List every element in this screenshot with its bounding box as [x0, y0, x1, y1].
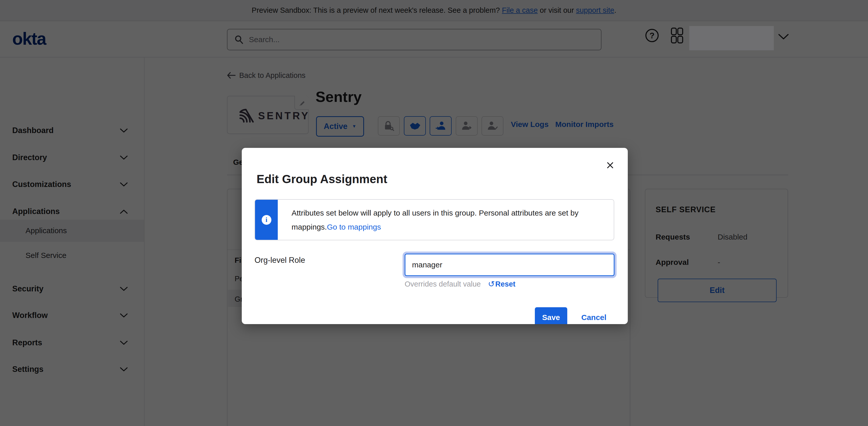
reset-label: Reset — [495, 280, 516, 288]
reset-icon: ↺ — [488, 279, 495, 289]
account-menu-redacted[interactable] — [689, 26, 774, 50]
org-level-role-input[interactable] — [405, 253, 615, 276]
org-level-role-label: Org-level Role — [254, 256, 305, 265]
org-level-role-field — [405, 253, 615, 276]
info-text: Attributes set below will apply to all u… — [291, 206, 600, 234]
modal-title: Edit Group Assignment — [256, 172, 387, 186]
edit-group-assignment-modal: Edit Group Assignment i Attributes set b… — [242, 148, 628, 324]
overrides-default-text: Overrides default value — [405, 280, 481, 288]
okta-admin-screen: Preview Sandbox: This is a preview of ne… — [0, 0, 868, 426]
field-helper-row: Overrides default value ↺Reset — [405, 279, 516, 289]
info-callout: i Attributes set below will apply to all… — [254, 199, 614, 240]
go-to-mappings-link[interactable]: Go to mappings — [327, 223, 381, 231]
close-button[interactable] — [605, 160, 615, 170]
close-icon — [607, 162, 614, 169]
cancel-button[interactable]: Cancel — [581, 307, 606, 324]
info-icon: i — [262, 215, 271, 225]
save-button[interactable]: Save — [535, 307, 567, 324]
info-stripe: i — [255, 200, 278, 240]
reset-link[interactable]: ↺Reset — [488, 279, 516, 289]
